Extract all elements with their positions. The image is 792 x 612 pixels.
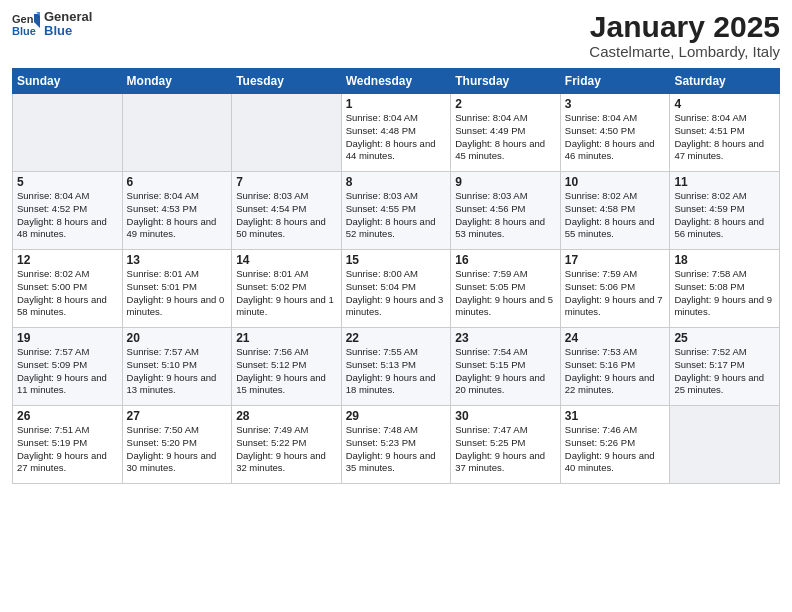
- day-info: Sunrise: 8:02 AMSunset: 4:58 PMDaylight:…: [565, 190, 666, 241]
- calendar-cell: 14Sunrise: 8:01 AMSunset: 5:02 PMDayligh…: [232, 250, 342, 328]
- day-number: 31: [565, 409, 666, 423]
- day-number: 4: [674, 97, 775, 111]
- day-info: Sunrise: 8:04 AMSunset: 4:50 PMDaylight:…: [565, 112, 666, 163]
- day-info: Sunrise: 7:48 AMSunset: 5:23 PMDaylight:…: [346, 424, 447, 475]
- weekday-header-saturday: Saturday: [670, 69, 780, 94]
- day-number: 17: [565, 253, 666, 267]
- calendar-cell: 9Sunrise: 8:03 AMSunset: 4:56 PMDaylight…: [451, 172, 561, 250]
- month-title: January 2025: [589, 10, 780, 43]
- title-block: January 2025 Castelmarte, Lombardy, Ital…: [589, 10, 780, 60]
- calendar-week-4: 19Sunrise: 7:57 AMSunset: 5:09 PMDayligh…: [13, 328, 780, 406]
- calendar-cell: 17Sunrise: 7:59 AMSunset: 5:06 PMDayligh…: [560, 250, 670, 328]
- calendar-week-2: 5Sunrise: 8:04 AMSunset: 4:52 PMDaylight…: [13, 172, 780, 250]
- day-number: 24: [565, 331, 666, 345]
- calendar-cell: 19Sunrise: 7:57 AMSunset: 5:09 PMDayligh…: [13, 328, 123, 406]
- calendar-week-1: 1Sunrise: 8:04 AMSunset: 4:48 PMDaylight…: [13, 94, 780, 172]
- calendar-cell: 10Sunrise: 8:02 AMSunset: 4:58 PMDayligh…: [560, 172, 670, 250]
- day-info: Sunrise: 7:49 AMSunset: 5:22 PMDaylight:…: [236, 424, 337, 475]
- day-info: Sunrise: 7:51 AMSunset: 5:19 PMDaylight:…: [17, 424, 118, 475]
- calendar-cell: 25Sunrise: 7:52 AMSunset: 5:17 PMDayligh…: [670, 328, 780, 406]
- day-number: 16: [455, 253, 556, 267]
- calendar-cell: 27Sunrise: 7:50 AMSunset: 5:20 PMDayligh…: [122, 406, 232, 484]
- weekday-header-monday: Monday: [122, 69, 232, 94]
- day-info: Sunrise: 7:47 AMSunset: 5:25 PMDaylight:…: [455, 424, 556, 475]
- calendar-cell: 6Sunrise: 8:04 AMSunset: 4:53 PMDaylight…: [122, 172, 232, 250]
- calendar-cell: 30Sunrise: 7:47 AMSunset: 5:25 PMDayligh…: [451, 406, 561, 484]
- day-number: 9: [455, 175, 556, 189]
- day-info: Sunrise: 8:03 AMSunset: 4:56 PMDaylight:…: [455, 190, 556, 241]
- calendar-cell: 4Sunrise: 8:04 AMSunset: 4:51 PMDaylight…: [670, 94, 780, 172]
- day-number: 18: [674, 253, 775, 267]
- day-number: 8: [346, 175, 447, 189]
- logo-general-text: General: [44, 10, 92, 24]
- weekday-header-thursday: Thursday: [451, 69, 561, 94]
- day-info: Sunrise: 8:01 AMSunset: 5:01 PMDaylight:…: [127, 268, 228, 319]
- day-info: Sunrise: 7:52 AMSunset: 5:17 PMDaylight:…: [674, 346, 775, 397]
- calendar-week-3: 12Sunrise: 8:02 AMSunset: 5:00 PMDayligh…: [13, 250, 780, 328]
- calendar-cell: 23Sunrise: 7:54 AMSunset: 5:15 PMDayligh…: [451, 328, 561, 406]
- calendar-cell: 16Sunrise: 7:59 AMSunset: 5:05 PMDayligh…: [451, 250, 561, 328]
- calendar-cell: 13Sunrise: 8:01 AMSunset: 5:01 PMDayligh…: [122, 250, 232, 328]
- weekday-header-friday: Friday: [560, 69, 670, 94]
- day-number: 3: [565, 97, 666, 111]
- calendar-cell: 2Sunrise: 8:04 AMSunset: 4:49 PMDaylight…: [451, 94, 561, 172]
- calendar-cell: 12Sunrise: 8:02 AMSunset: 5:00 PMDayligh…: [13, 250, 123, 328]
- day-number: 23: [455, 331, 556, 345]
- calendar-cell: 22Sunrise: 7:55 AMSunset: 5:13 PMDayligh…: [341, 328, 451, 406]
- calendar-cell: 31Sunrise: 7:46 AMSunset: 5:26 PMDayligh…: [560, 406, 670, 484]
- calendar-cell: 11Sunrise: 8:02 AMSunset: 4:59 PMDayligh…: [670, 172, 780, 250]
- calendar-cell: 20Sunrise: 7:57 AMSunset: 5:10 PMDayligh…: [122, 328, 232, 406]
- day-info: Sunrise: 7:57 AMSunset: 5:10 PMDaylight:…: [127, 346, 228, 397]
- day-number: 15: [346, 253, 447, 267]
- day-number: 19: [17, 331, 118, 345]
- day-info: Sunrise: 7:59 AMSunset: 5:06 PMDaylight:…: [565, 268, 666, 319]
- day-info: Sunrise: 7:57 AMSunset: 5:09 PMDaylight:…: [17, 346, 118, 397]
- calendar-cell: 29Sunrise: 7:48 AMSunset: 5:23 PMDayligh…: [341, 406, 451, 484]
- calendar-header: SundayMondayTuesdayWednesdayThursdayFrid…: [13, 69, 780, 94]
- calendar-cell: 26Sunrise: 7:51 AMSunset: 5:19 PMDayligh…: [13, 406, 123, 484]
- calendar-cell: [13, 94, 123, 172]
- day-info: Sunrise: 8:04 AMSunset: 4:49 PMDaylight:…: [455, 112, 556, 163]
- main-container: General Blue General Blue January 2025 C…: [0, 0, 792, 492]
- location: Castelmarte, Lombardy, Italy: [589, 43, 780, 60]
- calendar-cell: 3Sunrise: 8:04 AMSunset: 4:50 PMDaylight…: [560, 94, 670, 172]
- day-info: Sunrise: 8:00 AMSunset: 5:04 PMDaylight:…: [346, 268, 447, 319]
- calendar-cell: 7Sunrise: 8:03 AMSunset: 4:54 PMDaylight…: [232, 172, 342, 250]
- weekday-header-row: SundayMondayTuesdayWednesdayThursdayFrid…: [13, 69, 780, 94]
- day-number: 6: [127, 175, 228, 189]
- calendar-cell: 5Sunrise: 8:04 AMSunset: 4:52 PMDaylight…: [13, 172, 123, 250]
- day-number: 22: [346, 331, 447, 345]
- day-number: 11: [674, 175, 775, 189]
- day-info: Sunrise: 7:53 AMSunset: 5:16 PMDaylight:…: [565, 346, 666, 397]
- calendar-table: SundayMondayTuesdayWednesdayThursdayFrid…: [12, 68, 780, 484]
- calendar-cell: 28Sunrise: 7:49 AMSunset: 5:22 PMDayligh…: [232, 406, 342, 484]
- day-info: Sunrise: 8:04 AMSunset: 4:52 PMDaylight:…: [17, 190, 118, 241]
- calendar-cell: 8Sunrise: 8:03 AMSunset: 4:55 PMDaylight…: [341, 172, 451, 250]
- day-number: 7: [236, 175, 337, 189]
- header-row: General Blue General Blue January 2025 C…: [12, 10, 780, 60]
- day-info: Sunrise: 7:46 AMSunset: 5:26 PMDaylight:…: [565, 424, 666, 475]
- day-number: 12: [17, 253, 118, 267]
- day-info: Sunrise: 7:56 AMSunset: 5:12 PMDaylight:…: [236, 346, 337, 397]
- logo-blue-text: Blue: [44, 24, 92, 38]
- calendar-cell: 24Sunrise: 7:53 AMSunset: 5:16 PMDayligh…: [560, 328, 670, 406]
- day-info: Sunrise: 7:58 AMSunset: 5:08 PMDaylight:…: [674, 268, 775, 319]
- day-number: 14: [236, 253, 337, 267]
- day-info: Sunrise: 8:03 AMSunset: 4:55 PMDaylight:…: [346, 190, 447, 241]
- calendar-cell: 18Sunrise: 7:58 AMSunset: 5:08 PMDayligh…: [670, 250, 780, 328]
- day-number: 2: [455, 97, 556, 111]
- weekday-header-tuesday: Tuesday: [232, 69, 342, 94]
- day-info: Sunrise: 8:02 AMSunset: 4:59 PMDaylight:…: [674, 190, 775, 241]
- day-info: Sunrise: 7:59 AMSunset: 5:05 PMDaylight:…: [455, 268, 556, 319]
- calendar-week-5: 26Sunrise: 7:51 AMSunset: 5:19 PMDayligh…: [13, 406, 780, 484]
- day-number: 25: [674, 331, 775, 345]
- day-info: Sunrise: 7:50 AMSunset: 5:20 PMDaylight:…: [127, 424, 228, 475]
- calendar-cell: [232, 94, 342, 172]
- calendar-body: 1Sunrise: 8:04 AMSunset: 4:48 PMDaylight…: [13, 94, 780, 484]
- day-info: Sunrise: 8:02 AMSunset: 5:00 PMDaylight:…: [17, 268, 118, 319]
- day-info: Sunrise: 8:01 AMSunset: 5:02 PMDaylight:…: [236, 268, 337, 319]
- calendar-cell: 21Sunrise: 7:56 AMSunset: 5:12 PMDayligh…: [232, 328, 342, 406]
- day-info: Sunrise: 8:04 AMSunset: 4:53 PMDaylight:…: [127, 190, 228, 241]
- day-number: 5: [17, 175, 118, 189]
- day-number: 26: [17, 409, 118, 423]
